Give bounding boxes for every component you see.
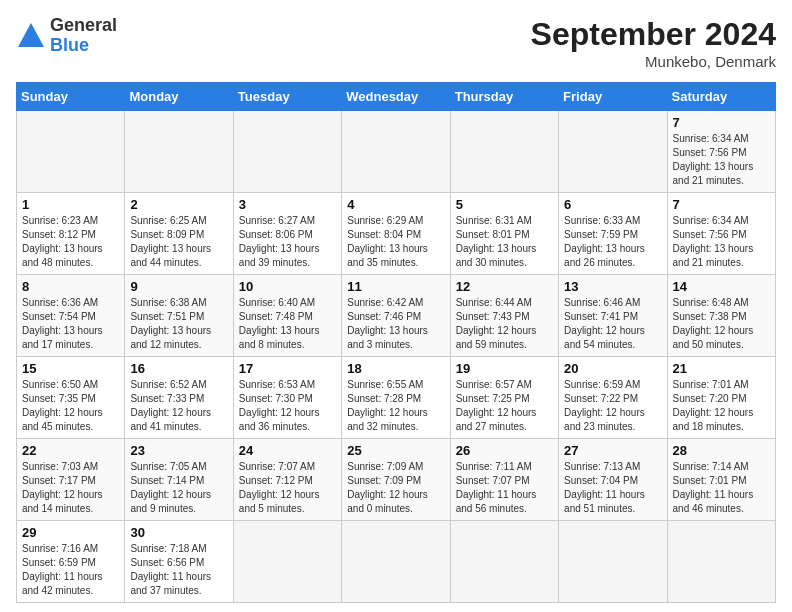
calendar-week-5: 29Sunrise: 7:16 AMSunset: 6:59 PMDayligh…	[17, 521, 776, 603]
calendar-day-30: 30Sunrise: 7:18 AMSunset: 6:56 PMDayligh…	[125, 521, 233, 603]
day-number: 5	[456, 197, 553, 212]
day-info: Sunrise: 6:46 AMSunset: 7:41 PMDaylight:…	[564, 296, 661, 352]
calendar-day-1: 7Sunrise: 6:34 AMSunset: 7:56 PMDaylight…	[667, 111, 775, 193]
day-number: 6	[564, 197, 661, 212]
weekday-header-thursday: Thursday	[450, 83, 558, 111]
day-info: Sunrise: 6:40 AMSunset: 7:48 PMDaylight:…	[239, 296, 336, 352]
day-number: 9	[130, 279, 227, 294]
day-info: Sunrise: 7:07 AMSunset: 7:12 PMDaylight:…	[239, 460, 336, 516]
day-info: Sunrise: 6:29 AMSunset: 8:04 PMDaylight:…	[347, 214, 444, 270]
weekday-header-sunday: Sunday	[17, 83, 125, 111]
day-number: 23	[130, 443, 227, 458]
day-number: 3	[239, 197, 336, 212]
calendar-day-16: 16Sunrise: 6:52 AMSunset: 7:33 PMDayligh…	[125, 357, 233, 439]
day-info: Sunrise: 6:36 AMSunset: 7:54 PMDaylight:…	[22, 296, 119, 352]
day-info: Sunrise: 6:53 AMSunset: 7:30 PMDaylight:…	[239, 378, 336, 434]
day-info: Sunrise: 6:50 AMSunset: 7:35 PMDaylight:…	[22, 378, 119, 434]
empty-cell	[125, 111, 233, 193]
day-info: Sunrise: 6:31 AMSunset: 8:01 PMDaylight:…	[456, 214, 553, 270]
day-number: 1	[22, 197, 119, 212]
day-number: 29	[22, 525, 119, 540]
calendar-table: SundayMondayTuesdayWednesdayThursdayFrid…	[16, 82, 776, 603]
empty-cell	[450, 521, 558, 603]
day-info: Sunrise: 6:48 AMSunset: 7:38 PMDaylight:…	[673, 296, 770, 352]
calendar-day-8: 8Sunrise: 6:36 AMSunset: 7:54 PMDaylight…	[17, 275, 125, 357]
calendar-week-0: 7Sunrise: 6:34 AMSunset: 7:56 PMDaylight…	[17, 111, 776, 193]
calendar-day-7: 7Sunrise: 6:34 AMSunset: 7:56 PMDaylight…	[667, 193, 775, 275]
calendar-day-2: 2Sunrise: 6:25 AMSunset: 8:09 PMDaylight…	[125, 193, 233, 275]
weekday-header-row: SundayMondayTuesdayWednesdayThursdayFrid…	[17, 83, 776, 111]
location: Munkebo, Denmark	[531, 53, 776, 70]
calendar-day-3: 3Sunrise: 6:27 AMSunset: 8:06 PMDaylight…	[233, 193, 341, 275]
day-info: Sunrise: 6:34 AMSunset: 7:56 PMDaylight:…	[673, 214, 770, 270]
empty-cell	[17, 111, 125, 193]
day-info: Sunrise: 7:03 AMSunset: 7:17 PMDaylight:…	[22, 460, 119, 516]
day-number: 21	[673, 361, 770, 376]
day-number: 25	[347, 443, 444, 458]
calendar-week-4: 22Sunrise: 7:03 AMSunset: 7:17 PMDayligh…	[17, 439, 776, 521]
day-info: Sunrise: 6:59 AMSunset: 7:22 PMDaylight:…	[564, 378, 661, 434]
logo-icon	[16, 21, 46, 51]
day-info: Sunrise: 6:34 AMSunset: 7:56 PMDaylight:…	[673, 132, 770, 188]
empty-cell	[667, 521, 775, 603]
calendar-day-5: 5Sunrise: 6:31 AMSunset: 8:01 PMDaylight…	[450, 193, 558, 275]
logo: General Blue	[16, 16, 117, 56]
day-number: 19	[456, 361, 553, 376]
day-info: Sunrise: 7:11 AMSunset: 7:07 PMDaylight:…	[456, 460, 553, 516]
day-number: 8	[22, 279, 119, 294]
day-info: Sunrise: 7:14 AMSunset: 7:01 PMDaylight:…	[673, 460, 770, 516]
day-number: 14	[673, 279, 770, 294]
calendar-day-11: 11Sunrise: 6:42 AMSunset: 7:46 PMDayligh…	[342, 275, 450, 357]
calendar-day-22: 22Sunrise: 7:03 AMSunset: 7:17 PMDayligh…	[17, 439, 125, 521]
calendar-day-12: 12Sunrise: 6:44 AMSunset: 7:43 PMDayligh…	[450, 275, 558, 357]
day-number: 18	[347, 361, 444, 376]
day-info: Sunrise: 6:27 AMSunset: 8:06 PMDaylight:…	[239, 214, 336, 270]
calendar-day-14: 14Sunrise: 6:48 AMSunset: 7:38 PMDayligh…	[667, 275, 775, 357]
weekday-header-wednesday: Wednesday	[342, 83, 450, 111]
day-number: 4	[347, 197, 444, 212]
day-number: 22	[22, 443, 119, 458]
weekday-header-saturday: Saturday	[667, 83, 775, 111]
day-info: Sunrise: 6:33 AMSunset: 7:59 PMDaylight:…	[564, 214, 661, 270]
calendar-day-23: 23Sunrise: 7:05 AMSunset: 7:14 PMDayligh…	[125, 439, 233, 521]
day-info: Sunrise: 6:23 AMSunset: 8:12 PMDaylight:…	[22, 214, 119, 270]
day-info: Sunrise: 7:16 AMSunset: 6:59 PMDaylight:…	[22, 542, 119, 598]
calendar-day-1: 1Sunrise: 6:23 AMSunset: 8:12 PMDaylight…	[17, 193, 125, 275]
calendar-day-21: 21Sunrise: 7:01 AMSunset: 7:20 PMDayligh…	[667, 357, 775, 439]
day-info: Sunrise: 7:18 AMSunset: 6:56 PMDaylight:…	[130, 542, 227, 598]
weekday-header-monday: Monday	[125, 83, 233, 111]
calendar-day-24: 24Sunrise: 7:07 AMSunset: 7:12 PMDayligh…	[233, 439, 341, 521]
calendar-day-10: 10Sunrise: 6:40 AMSunset: 7:48 PMDayligh…	[233, 275, 341, 357]
weekday-header-tuesday: Tuesday	[233, 83, 341, 111]
day-number: 26	[456, 443, 553, 458]
day-number: 17	[239, 361, 336, 376]
day-number: 10	[239, 279, 336, 294]
calendar-day-15: 15Sunrise: 6:50 AMSunset: 7:35 PMDayligh…	[17, 357, 125, 439]
calendar-day-25: 25Sunrise: 7:09 AMSunset: 7:09 PMDayligh…	[342, 439, 450, 521]
day-number: 12	[456, 279, 553, 294]
calendar-week-1: 1Sunrise: 6:23 AMSunset: 8:12 PMDaylight…	[17, 193, 776, 275]
svg-marker-0	[18, 23, 44, 47]
day-info: Sunrise: 7:09 AMSunset: 7:09 PMDaylight:…	[347, 460, 444, 516]
day-info: Sunrise: 6:42 AMSunset: 7:46 PMDaylight:…	[347, 296, 444, 352]
calendar-day-6: 6Sunrise: 6:33 AMSunset: 7:59 PMDaylight…	[559, 193, 667, 275]
empty-cell	[233, 111, 341, 193]
day-info: Sunrise: 6:57 AMSunset: 7:25 PMDaylight:…	[456, 378, 553, 434]
calendar-day-4: 4Sunrise: 6:29 AMSunset: 8:04 PMDaylight…	[342, 193, 450, 275]
day-number: 30	[130, 525, 227, 540]
day-info: Sunrise: 7:13 AMSunset: 7:04 PMDaylight:…	[564, 460, 661, 516]
calendar-day-17: 17Sunrise: 6:53 AMSunset: 7:30 PMDayligh…	[233, 357, 341, 439]
empty-cell	[342, 111, 450, 193]
calendar-day-20: 20Sunrise: 6:59 AMSunset: 7:22 PMDayligh…	[559, 357, 667, 439]
empty-cell	[233, 521, 341, 603]
day-info: Sunrise: 7:05 AMSunset: 7:14 PMDaylight:…	[130, 460, 227, 516]
day-number: 16	[130, 361, 227, 376]
calendar-day-29: 29Sunrise: 7:16 AMSunset: 6:59 PMDayligh…	[17, 521, 125, 603]
day-number: 2	[130, 197, 227, 212]
calendar-day-13: 13Sunrise: 6:46 AMSunset: 7:41 PMDayligh…	[559, 275, 667, 357]
empty-cell	[559, 111, 667, 193]
day-info: Sunrise: 6:38 AMSunset: 7:51 PMDaylight:…	[130, 296, 227, 352]
empty-cell	[450, 111, 558, 193]
day-number: 15	[22, 361, 119, 376]
day-number: 7	[673, 197, 770, 212]
